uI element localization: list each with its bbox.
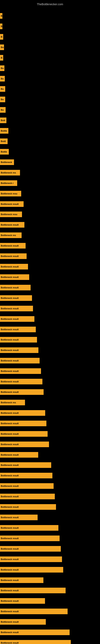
bar-row: Bottleneck res bbox=[0, 170, 100, 176]
bar-row: Bottleneck result bbox=[0, 253, 100, 259]
bar-row: Bottleneck result bbox=[0, 567, 100, 572]
bar-label: Bottleneck result bbox=[1, 380, 19, 383]
result-bar: Bottleneck result bbox=[0, 442, 49, 447]
bar-row: Bottleneck result bbox=[0, 201, 100, 207]
bar-row: Bottleneck result bbox=[0, 379, 100, 384]
bar-row: Bott bbox=[0, 118, 100, 123]
bar-row: B bbox=[0, 24, 100, 29]
bar-label: Bottleneck result bbox=[1, 474, 19, 477]
bar-label: Bottleneck result bbox=[1, 328, 19, 331]
bar-label: Bottleneck result bbox=[1, 527, 19, 529]
result-bar: Bottleneck result bbox=[0, 608, 68, 614]
bar-label: Bottleneck result bbox=[1, 244, 19, 247]
result-bar: Bottleneck result bbox=[0, 306, 33, 311]
bar-label: Bottleneck result bbox=[1, 443, 19, 446]
bar-label: Bottleneck resu bbox=[1, 213, 17, 216]
bar-label: Bottleneck result bbox=[1, 422, 19, 425]
bar-row: Bottleneck result bbox=[0, 222, 100, 228]
bar-row: Bottleneck r bbox=[0, 180, 100, 186]
bar-label: Bottle bbox=[1, 150, 7, 153]
bar-label: Bottleneck result bbox=[1, 579, 19, 582]
bar-label: Bottleneck result bbox=[1, 266, 19, 268]
bar-row: Bo bbox=[0, 96, 100, 102]
bar-label: Bottleneck result bbox=[1, 537, 19, 540]
bar-label: Bo bbox=[1, 109, 4, 111]
result-bar: Bottleneck result bbox=[0, 420, 47, 426]
bar-label: Bottleneck bbox=[1, 161, 12, 164]
bar-label: B bbox=[1, 25, 2, 28]
bar-label: Bo bbox=[1, 67, 4, 70]
bar-row: Bottleneck result bbox=[0, 598, 100, 604]
bar-label: Bottleneck result bbox=[1, 318, 19, 320]
bar-row: Bottleneck result bbox=[0, 337, 100, 342]
result-bar: Bottleneck result bbox=[0, 525, 58, 531]
bar-label: Bottleneck result bbox=[1, 454, 19, 456]
result-bar: Bottleneck resu bbox=[0, 212, 22, 217]
bar-row: Bottleneck result bbox=[0, 295, 100, 301]
bar-label: Bottleneck result bbox=[1, 370, 19, 372]
bar-row: Bo bbox=[0, 107, 100, 113]
result-bar: Bottleneck result bbox=[0, 452, 38, 458]
bar-row: Bottleneck result bbox=[0, 608, 100, 614]
result-bar: Bottleneck result bbox=[0, 588, 66, 593]
bar-row: Bo bbox=[0, 86, 100, 92]
bar-row: Bottleneck result bbox=[0, 243, 100, 248]
bar-label: Bottleneck result bbox=[1, 391, 19, 393]
bar-row: Bottleneck result bbox=[0, 358, 100, 364]
bar-label: Bottleneck result bbox=[1, 495, 19, 498]
bar-row: Bo bbox=[0, 76, 100, 82]
result-bar: Bottleneck result bbox=[0, 536, 60, 541]
bar-label: Bottleneck result bbox=[1, 255, 19, 258]
bar-label: Bottleneck res bbox=[1, 401, 16, 404]
bar-row: Bottleneck result bbox=[0, 316, 100, 322]
result-bar: Bottleneck result bbox=[0, 389, 44, 395]
bar-label: Bottleneck result bbox=[1, 224, 19, 226]
result-bar: Bottleneck result bbox=[0, 295, 32, 301]
bar-row: Bottle bbox=[0, 149, 100, 154]
bar-label: Bottleneck result bbox=[1, 412, 19, 414]
result-bar: B bbox=[0, 34, 3, 40]
bar-row: Bottleneck result bbox=[0, 389, 100, 395]
result-bar: B bbox=[0, 13, 2, 19]
bar-row: Bottleneck result bbox=[0, 452, 100, 458]
result-bar: Bottleneck res bbox=[0, 232, 22, 238]
bar-label: Bottleneck result bbox=[1, 568, 19, 571]
bar-row: Bottleneck result bbox=[0, 327, 100, 332]
bar-row: Bottle bbox=[0, 128, 100, 134]
bar-label: Bottleneck result bbox=[1, 589, 19, 592]
result-bar: Bottleneck result bbox=[0, 578, 43, 583]
bar-row: Bottleneck resu bbox=[0, 191, 100, 196]
bar-label: Bo bbox=[1, 78, 4, 80]
bar-row: Bottleneck result bbox=[0, 347, 100, 353]
bar-label: Bottleneck result bbox=[1, 349, 19, 352]
bar-row: Bottleneck result bbox=[0, 442, 100, 447]
result-bar: Bottleneck result bbox=[0, 358, 40, 364]
bar-row: B bbox=[0, 34, 100, 40]
result-bar: Bottleneck result bbox=[0, 327, 36, 332]
result-bar: B bbox=[0, 24, 2, 29]
result-bar: Bottleneck result bbox=[0, 514, 38, 520]
bar-row: Bottleneck result bbox=[0, 410, 100, 416]
bar-row: Bo bbox=[0, 66, 100, 71]
bar-label: Bottleneck result bbox=[1, 286, 19, 289]
result-bar: Bottl bbox=[0, 138, 8, 144]
result-bar: Bottleneck result bbox=[0, 285, 31, 290]
bar-label: Bottleneck result bbox=[1, 558, 19, 560]
bar-row: Bottleneck res bbox=[0, 232, 100, 238]
bar-label: Bottleneck result bbox=[1, 600, 19, 602]
bar-row: Bottleneck result bbox=[0, 504, 100, 510]
bar-row: Bottleneck result bbox=[0, 431, 100, 437]
bar-label: Bo bbox=[1, 88, 4, 90]
bar-label: Bottleneck res bbox=[1, 234, 16, 236]
site-title: TheBottlenecker.com bbox=[0, 1, 100, 8]
result-bar: Bottleneck result bbox=[0, 483, 53, 489]
result-bar: Bottleneck res bbox=[0, 170, 20, 176]
bar-row: Bottleneck result bbox=[0, 285, 100, 290]
bar-label: Bottleneck result bbox=[1, 433, 19, 435]
bar-label: Bo bbox=[1, 46, 4, 48]
result-bar: Bo bbox=[0, 86, 5, 92]
bar-label: Bottleneck result bbox=[1, 307, 19, 310]
result-bar: Bottleneck result bbox=[0, 473, 52, 478]
bar-label: Bottleneck result bbox=[1, 642, 19, 644]
bar-label: Bottleneck result bbox=[1, 506, 19, 508]
